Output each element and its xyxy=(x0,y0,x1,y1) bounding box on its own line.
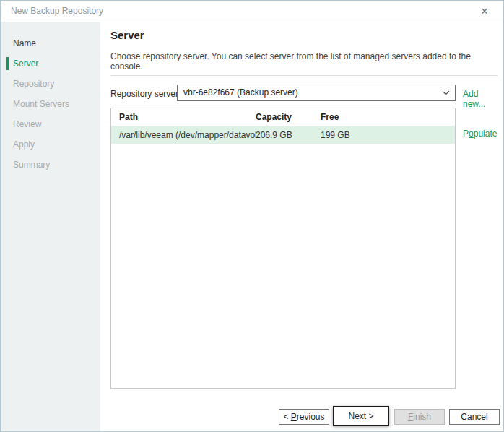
step-label: Summary xyxy=(13,160,50,170)
page-title: Server xyxy=(110,29,144,41)
step-label: Mount Servers xyxy=(13,99,69,109)
chevron-down-icon xyxy=(443,88,450,95)
step-label: Server xyxy=(13,59,38,69)
step-label: Repository xyxy=(13,79,54,89)
sidebar-item-name[interactable]: Name xyxy=(1,33,100,53)
add-new-link[interactable]: Add new... xyxy=(463,89,503,109)
sidebar-item-review: Review xyxy=(1,114,100,134)
cell-path: /var/lib/veeam (/dev/mapper/datavol-... xyxy=(111,126,256,144)
previous-button[interactable]: < Previous xyxy=(279,409,329,425)
column-header-free: Free xyxy=(321,108,455,126)
active-step-indicator xyxy=(6,57,9,70)
repository-server-label: Repository server: xyxy=(110,89,181,99)
table-header-row: Path Capacity Free xyxy=(111,108,455,126)
step-label: Apply xyxy=(13,139,35,150)
close-icon[interactable]: ✕ xyxy=(474,1,495,22)
table-row[interactable]: /var/lib/veeam (/dev/mapper/datavol-... … xyxy=(111,126,455,144)
populate-link[interactable]: Populate xyxy=(463,129,497,139)
step-label: Name xyxy=(13,38,36,48)
wizard-steps-sidebar: Name Server Repository Mount Servers Rev… xyxy=(1,22,100,431)
cancel-button[interactable]: Cancel xyxy=(449,409,500,425)
header-separator xyxy=(110,75,498,76)
window-title: New Backup Repository xyxy=(11,1,103,22)
finish-button: Finish xyxy=(394,409,445,425)
column-header-capacity: Capacity xyxy=(256,108,321,126)
sidebar-item-server[interactable]: Server xyxy=(1,53,100,74)
next-button[interactable]: Next > xyxy=(333,406,389,426)
title-bar: New Backup Repository ✕ xyxy=(1,1,503,22)
repository-server-select[interactable]: vbr-6e82f667 (Backup server) xyxy=(177,85,456,101)
path-table: Path Capacity Free /var/lib/veeam (/dev/… xyxy=(110,108,456,389)
column-header-path: Path xyxy=(111,108,256,126)
new-backup-repository-dialog: New Backup Repository ✕ Name Server Repo… xyxy=(0,0,504,432)
cell-capacity: 206.9 GB xyxy=(256,126,321,144)
page-description: Choose repository server. You can select… xyxy=(110,51,496,72)
repository-server-value: vbr-6e82f667 (Backup server) xyxy=(183,85,298,100)
cell-free: 199 GB xyxy=(321,126,455,144)
wizard-content: Server Choose repository server. You can… xyxy=(100,22,503,431)
step-label: Review xyxy=(13,119,41,129)
sidebar-item-apply: Apply xyxy=(1,134,100,155)
sidebar-item-mount-servers: Mount Servers xyxy=(1,94,100,114)
sidebar-item-repository: Repository xyxy=(1,74,100,94)
sidebar-item-summary: Summary xyxy=(1,155,100,175)
